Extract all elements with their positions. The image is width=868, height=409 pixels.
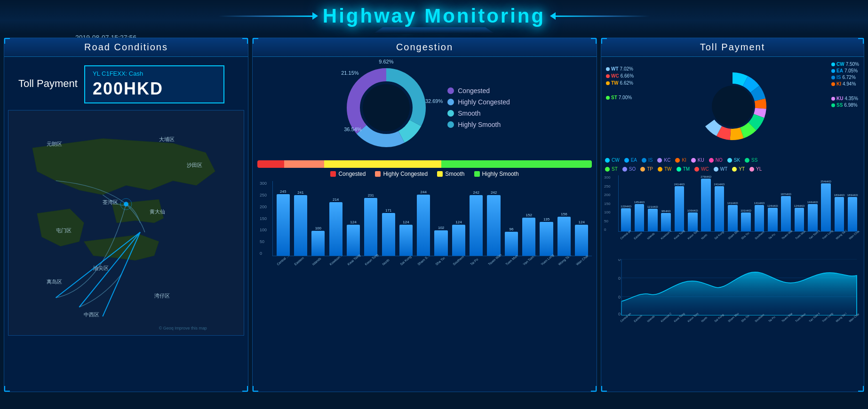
legend-highly-congested: Highly Congested	[447, 98, 510, 106]
toll-labels-right: CW 7.50% EA 7.05% IS 6.72% KI 4.94%	[831, 62, 859, 108]
bar-col: 124	[345, 181, 361, 256]
bar-col: 241	[292, 181, 309, 256]
svg-point-21	[363, 84, 410, 131]
svg-text:0: 0	[618, 312, 621, 315]
toll-legend-item: YL	[749, 166, 762, 172]
bar-col: 214	[327, 181, 344, 256]
svg-text:大埔区: 大埔区	[159, 136, 175, 142]
toll-legend-item: SK	[727, 157, 740, 163]
bar-col: 242	[468, 181, 485, 256]
bar-col: 242	[486, 181, 502, 256]
road-conditions-title: Road Conditions	[4, 38, 248, 57]
legend-dot-highly-smooth	[447, 121, 454, 128]
svg-text:湾仔区: 湾仔区	[154, 293, 170, 299]
svg-text:© Geoq  Improve this map: © Geoq Improve this map	[159, 326, 207, 330]
toll-y-axis: 050100150200250300	[604, 175, 610, 232]
svg-point-15	[124, 202, 128, 206]
payment-amount: 200HKD	[93, 79, 216, 99]
toll-payment-panel: Toll Payment WT 7.02% WC 6.66% TW 6.6	[601, 38, 864, 392]
toll-bar-chart: 050100150200250300 122HKD145HKD121HKD98H…	[605, 175, 860, 257]
donut-chart: 36.54% 21.15% 9.62% 32.69%	[339, 61, 433, 155]
legend-smooth: Smooth	[447, 110, 510, 117]
toll-bar-col: 254HKD	[820, 175, 832, 231]
toll-legend-item: SS	[745, 157, 757, 163]
bar-col: 102	[433, 181, 449, 256]
svg-point-32	[712, 86, 753, 127]
pct-label-highly-congested: 21.15%	[341, 70, 358, 76]
bar-col: 245	[275, 181, 291, 256]
bar-col: 152	[521, 181, 537, 256]
header: Highway Monitoring 2019-08-07 15:27:56	[0, 0, 868, 34]
svg-text:200: 200	[618, 276, 621, 281]
toll-labels-left: WT 7.02% WC 6.66% TW 6.62% ST 7.00%	[606, 66, 634, 102]
toll-bar-col: 183HKD	[846, 175, 859, 231]
bar-chart-area: 050100150200250300 245241100214124231171…	[272, 181, 592, 256]
toll-bar-col: 121HKD	[646, 175, 659, 231]
toll-bar-col: 141HKD	[753, 175, 765, 231]
pct-label-smooth: 9.62%	[379, 59, 393, 64]
gauge-legend-highly-congested: Highly Congested	[375, 171, 428, 177]
toll-legend-item: TM	[677, 166, 690, 172]
toll-bar-col: 145HKD	[633, 175, 645, 231]
toll-bar-col: 241HKD	[713, 175, 725, 231]
toll-bar-area: 050100150200250300 122HKD145HKD121HKD98H…	[618, 175, 860, 232]
toll-bar-col: 98HKD	[660, 175, 672, 231]
legend-highly-smooth: Highly Smooth	[447, 121, 510, 128]
gauge-legend-smooth: Smooth	[437, 171, 464, 177]
toll-legend-item: CW	[605, 157, 620, 163]
toll-bar-col: 101HKD	[740, 175, 752, 231]
gauge-legend-congested: Congested	[330, 171, 366, 177]
toll-payment-label: Toll Payment	[18, 78, 78, 90]
toll-legend-item: SO	[622, 166, 636, 172]
bar-col: 135	[538, 181, 555, 256]
y-axis-labels: 050100150200250300	[260, 181, 267, 256]
toll-legend-item: IS	[642, 157, 653, 163]
legend-congested: Congested	[447, 87, 510, 94]
toll-donut-chart	[690, 64, 775, 149]
svg-text:100: 100	[618, 295, 621, 299]
toll-bar-col: 187HKD	[780, 175, 792, 231]
gauge-legend: Congested Highly Congested Smooth Highly…	[253, 171, 597, 177]
toll-legend-item: YT	[732, 166, 745, 172]
gauge-highly-smooth	[441, 160, 592, 168]
toll-legend-item: TP	[640, 166, 653, 172]
bar-col: 231	[363, 181, 379, 256]
toll-bar-col: 122HKD	[620, 175, 632, 231]
toll-legend-item: KC	[657, 157, 670, 163]
svg-text:油尖区: 油尖区	[93, 265, 109, 271]
toll-bar-col: 124HKD	[766, 175, 779, 231]
legend-dot-highly-congested	[447, 99, 454, 105]
legend-dot-smooth	[447, 110, 454, 117]
toll-legend-item: NO	[709, 157, 723, 163]
svg-text:300: 300	[618, 259, 621, 262]
bar-col: 124	[398, 181, 414, 256]
toll-legend-item: TW	[658, 166, 672, 172]
toll-bar-col: 241HKD	[673, 175, 685, 231]
toll-legend-row-2: STSOTPTWTMWCWTYTYL	[601, 165, 864, 173]
gauge-smooth	[324, 160, 441, 168]
pct-label-highly-smooth: 32.69%	[425, 98, 443, 104]
gauge-congested	[257, 160, 284, 168]
congestion-panel: Congestion 36.54% 21.15% 9.62% 32.69%	[252, 38, 597, 392]
gauge-bar	[257, 160, 592, 168]
toll-payment-title: Toll Payment	[601, 38, 864, 57]
toll-legend-item: WC	[694, 166, 709, 172]
bar-col: 124	[573, 181, 590, 256]
map-container: 元朗区 大埔区 沙田区 荃湾区 屯门区 黄大仙 油尖区 离岛区 中西区 湾仔区 …	[8, 110, 244, 336]
toll-bar-col: 144HKD	[806, 175, 819, 231]
pct-label-congested: 36.54%	[344, 126, 361, 132]
area-chart: 300 200 100 0 Central and WesternEastern…	[605, 259, 860, 340]
donut-legend: Congested Highly Congested Smooth Highly…	[447, 87, 510, 128]
svg-text:沙田区: 沙田区	[187, 162, 202, 168]
bar-col: 244	[415, 181, 432, 256]
toll-donut-section: WT 7.02% WC 6.66% TW 6.62% ST 7.00%	[601, 57, 864, 156]
toll-legend-item: ST	[605, 166, 618, 172]
svg-text:黄大仙: 黄大仙	[150, 209, 165, 214]
page-title: Highway Monitoring	[323, 5, 545, 27]
svg-text:屯门区: 屯门区	[56, 228, 72, 233]
main-content: Road Conditions Toll Payment YL C1FEXX: …	[0, 34, 868, 396]
donut-section: 36.54% 21.15% 9.62% 32.69%	[253, 61, 597, 155]
toll-legend-item: KI	[675, 157, 686, 163]
toll-legend-item: WT	[714, 166, 728, 172]
legend-dot-congested	[447, 87, 454, 94]
